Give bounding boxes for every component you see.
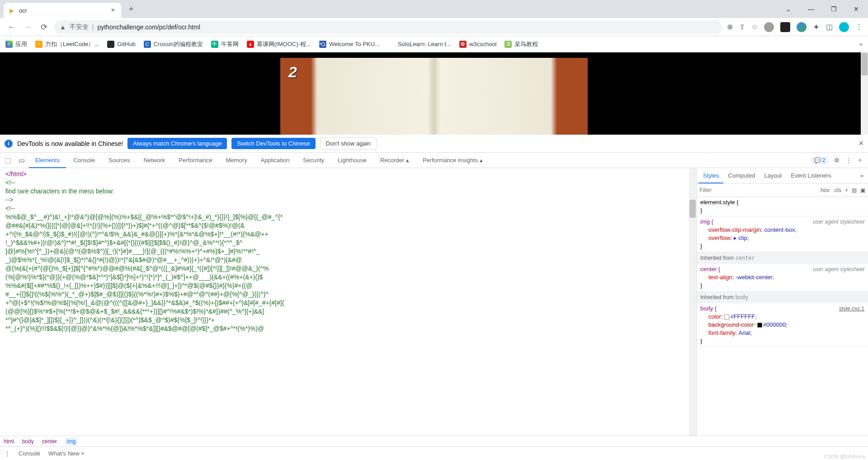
source-line[interactable]: ]@}#%[%!^[^_})+@&}{@*!(@$%$^)}[_!}(*}#}#… — [5, 247, 691, 256]
bookmarks-overflow-icon[interactable]: » — [859, 41, 863, 47]
devtools-tab[interactable]: Performance insights ▴ — [416, 153, 489, 168]
always-match-language-button[interactable]: Always match Chrome's language — [127, 138, 227, 149]
source-line[interactable]: find rare characters in the mess below: — [5, 187, 691, 196]
drawer-menu-icon[interactable]: ⋮ — [5, 450, 10, 457]
bookmark-item[interactable]: ♦慕课网(IMOOC)-程... — [247, 40, 311, 48]
dom-breadcrumb[interactable]: htmlbodycenterimg — [0, 436, 868, 446]
bookmark-item[interactable]: CCrossin的编程教室 — [144, 40, 203, 48]
new-tab-button[interactable]: + — [125, 3, 137, 15]
tab-search-icon[interactable]: ⌄ — [778, 2, 798, 16]
devtools-tab[interactable]: Recorder ▴ — [374, 153, 415, 168]
style-rules-list[interactable]: element.style { } img {user agent styles… — [697, 197, 868, 436]
issues-badge[interactable]: 💬2 — [811, 157, 828, 164]
source-line[interactable]: +^@[+$^!(%$!%@%${(%[%!]_&@(@^(((^([[&@#+… — [5, 299, 691, 307]
style-rule[interactable]: center {user agent stylesheettext-align:… — [697, 264, 868, 291]
devtools-tab[interactable]: Lighthouse — [331, 153, 373, 168]
bookmark-item[interactable]: GitHub — [107, 41, 135, 48]
breadcrumb-node[interactable]: html — [4, 438, 14, 445]
hov-toggle[interactable]: :hov — [819, 187, 830, 193]
extension-icon[interactable] — [764, 22, 774, 32]
bookmark-item[interactable]: ✿w3cschool — [459, 41, 497, 48]
source-line[interactable]: %%&#($[[+##*%${)_!+{_[})%++)$#))]]]$]@($… — [5, 282, 691, 290]
source-line[interactable]: <!-- — [5, 178, 691, 187]
scrollbar-thumb[interactable] — [689, 200, 696, 218]
drawer-console-tab[interactable]: Console — [19, 450, 40, 457]
breadcrumb-node[interactable]: body — [22, 438, 34, 445]
forward-button[interactable]: → — [22, 21, 33, 33]
bookmark-star-icon[interactable]: ☆ — [751, 23, 758, 31]
tab-close-icon[interactable]: × — [109, 7, 117, 14]
style-rule[interactable]: body {style.css:1color: #FFFFFF;backgrou… — [697, 303, 868, 347]
breadcrumb-node[interactable]: center — [42, 438, 57, 445]
sidepanel-icon[interactable]: ◫ — [826, 23, 833, 31]
source-scrollbar[interactable] — [689, 168, 696, 436]
apps-shortcut[interactable]: ⠿ 应用 — [5, 40, 27, 48]
device-toggle-icon[interactable]: ▭ — [15, 156, 28, 164]
devtools-tab[interactable]: Application — [255, 153, 296, 168]
cls-toggle[interactable]: .cls — [833, 187, 841, 193]
source-line[interactable]: (@@[%}[}$%*#$+[%(**!$+@$@&+$_$#!_&&&&{**… — [5, 307, 691, 316]
browser-tab[interactable]: ▶ ocr × — [4, 3, 121, 18]
computed-toggle-icon[interactable]: ▤ — [852, 187, 857, 193]
devtools-tab[interactable]: Elements — [29, 153, 66, 168]
back-button[interactable]: ← — [5, 21, 17, 33]
extension-icon[interactable] — [797, 22, 807, 32]
source-line[interactable]: _)@$%%*{_%!@(&{!}$_$[)*!^&{}*#{!)@})!*{^… — [5, 256, 691, 264]
devtools-tab[interactable]: Performance — [172, 153, 218, 168]
bookmark-item[interactable]: ⚡力扣（LeetCode）... — [35, 40, 99, 48]
breadcrumb-node[interactable]: img — [65, 438, 77, 445]
styles-filter-input[interactable] — [699, 187, 816, 193]
bookmark-item[interactable]: POJWelcome To PKU... — [319, 41, 380, 48]
reload-button[interactable]: ⟳ — [38, 21, 50, 33]
sidebar-toggle-icon[interactable]: ▣ — [860, 187, 865, 193]
devtools-tab[interactable]: Sources — [102, 153, 137, 168]
styles-overflow-icon[interactable]: » — [860, 172, 866, 179]
dont-show-again-button[interactable]: Don't show again — [320, 137, 377, 150]
source-line[interactable]: !_)^$&&%#+)}!@!)&^}**#!_$([$!$}#*^}$+&#[… — [5, 239, 691, 247]
switch-to-chinese-button[interactable]: Switch DevTools to Chinese — [231, 138, 315, 149]
devtools-tab[interactable]: Network — [137, 153, 172, 168]
bookmark-item[interactable]: ◐SoloLearn: Learn t... — [388, 41, 451, 48]
zoom-icon[interactable]: ⊕ — [727, 23, 733, 31]
settings-gear-icon[interactable]: ⚙ — [834, 157, 840, 164]
inspect-element-icon[interactable]: ⬚ — [2, 156, 14, 164]
styles-tab[interactable]: Event Listeners — [786, 168, 836, 183]
menu-icon[interactable]: ⋮ — [855, 23, 863, 31]
source-line[interactable]: *^_(+}^)(%}[)!!!$$&${!)![@)}@)^&%*%{@]}&… — [5, 324, 691, 333]
devtools-tab[interactable]: Memory — [220, 153, 254, 168]
source-line[interactable]: %%$@_$^__#)^)&!_+]!*@&^}@[@%](%)%+$&[(_@… — [5, 213, 691, 221]
source-line[interactable]: (%[@%!}%*$}(*@)}{+@(%@*$&]*^*}*]&$[}*]%]… — [5, 273, 691, 282]
banner-close-icon[interactable]: × — [859, 139, 863, 148]
bookmark-item[interactable]: 菜菜鸟教程 — [505, 40, 538, 48]
maximize-button[interactable]: ❐ — [824, 2, 844, 16]
source-line[interactable]: #__+{{]${]!{(%${%%^)(_*_@+)$]$#_@$)]]{(}… — [5, 290, 691, 299]
window-close-button[interactable]: ✕ — [846, 2, 866, 16]
devtools-tab[interactable]: Security — [297, 153, 330, 168]
drawer-whatsnew-tab[interactable]: What's New × — [48, 450, 85, 457]
scrollbar-thumb[interactable] — [861, 53, 868, 75]
new-style-rule-icon[interactable]: + — [845, 187, 848, 193]
styles-tab[interactable]: Computed — [723, 168, 760, 183]
share-icon[interactable]: ⇪ — [739, 23, 745, 31]
extension-icon[interactable] — [780, 22, 790, 32]
bookmark-item[interactable]: 牛牛客网 — [211, 40, 239, 48]
source-line[interactable]: <!-- — [5, 204, 691, 213]
devtools-close-icon[interactable]: × — [858, 157, 862, 164]
source-line[interactable]: --> — [5, 196, 691, 204]
source-line[interactable]: </html> — [5, 170, 691, 178]
whatsnew-close-icon[interactable]: × — [81, 450, 85, 457]
address-bar[interactable]: ▲ 不安全 | pythonchallenge.com/pc/def/ocr.h… — [54, 20, 722, 34]
source-line[interactable]: @##&{#{&)*%(]{{([*}@[@&]+!!*{)!}{%+{))])… — [5, 221, 691, 230]
source-line[interactable]: +^!{%_$&@^!}$_${)$_#)!({@!)(^}!*^&!$%_&&… — [5, 230, 691, 239]
devtools-menu-icon[interactable]: ⋮ — [846, 157, 852, 164]
page-scrollbar[interactable] — [861, 52, 868, 135]
extensions-puzzle-icon[interactable]: ✦ — [813, 22, 820, 32]
devtools-tab[interactable]: Console — [67, 153, 101, 168]
source-line[interactable]: @{%(&{+(#^{@{)%_$[+}]$[^{^#%*)@@#@%(#&[_… — [5, 264, 691, 273]
styles-tab[interactable]: Styles — [698, 168, 723, 183]
profile-avatar-icon[interactable] — [839, 22, 849, 32]
minimize-button[interactable]: — — [801, 2, 821, 16]
styles-tab[interactable]: Layout — [760, 168, 786, 183]
style-rule[interactable]: img {user agent stylesheetoverflow-clip-… — [697, 216, 868, 252]
elements-source-panel[interactable]: </html><!--find rare characters in the m… — [0, 168, 696, 436]
